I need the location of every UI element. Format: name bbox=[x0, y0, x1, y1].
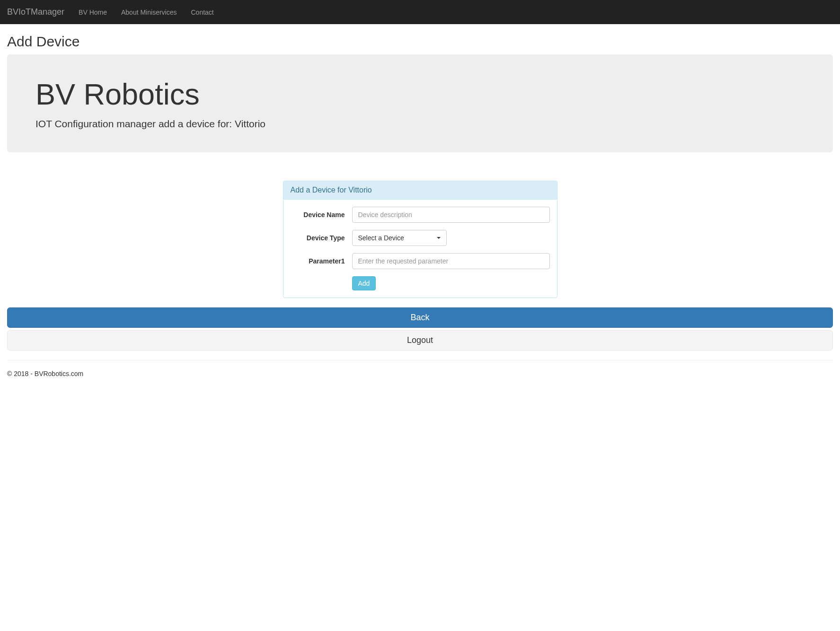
action-buttons: Back Logout bbox=[7, 307, 833, 351]
navbar: BVIoTManager BV Home About Miniservices … bbox=[0, 0, 840, 24]
back-button[interactable]: Back bbox=[7, 307, 833, 328]
form-group-parameter1: Parameter1 bbox=[291, 253, 550, 269]
navbar-brand[interactable]: BVIoTManager bbox=[7, 0, 71, 24]
label-device-type: Device Type bbox=[291, 234, 352, 242]
footer-text: © 2018 - BVRobotics.com bbox=[7, 370, 833, 377]
logout-button[interactable]: Logout bbox=[7, 330, 833, 351]
device-name-input[interactable] bbox=[352, 207, 550, 223]
panel-body: Device Name Device Type Select a Device … bbox=[283, 200, 557, 298]
form-group-device-name: Device Name bbox=[291, 207, 550, 223]
nav-link-bv-home[interactable]: BV Home bbox=[71, 1, 114, 23]
parameter1-input[interactable] bbox=[352, 253, 550, 269]
jumbotron-lead: IOT Configuration manager add a device f… bbox=[35, 118, 805, 130]
footer: © 2018 - BVRobotics.com bbox=[0, 370, 840, 387]
caret-down-icon bbox=[437, 237, 441, 239]
page-title: Add Device bbox=[7, 34, 833, 50]
nav-link-contact[interactable]: Contact bbox=[184, 1, 221, 23]
add-button[interactable]: Add bbox=[352, 276, 376, 290]
divider bbox=[7, 360, 833, 360]
device-type-selected: Select a Device bbox=[358, 234, 404, 242]
form-group-device-type: Device Type Select a Device bbox=[291, 230, 550, 246]
device-type-dropdown[interactable]: Select a Device bbox=[352, 230, 447, 246]
jumbotron-heading: BV Robotics bbox=[35, 77, 805, 111]
nav-link-about-miniservices[interactable]: About Miniservices bbox=[114, 1, 184, 23]
label-parameter1: Parameter1 bbox=[291, 257, 352, 265]
label-device-name: Device Name bbox=[291, 211, 352, 219]
panel-heading: Add a Device for Vittorio bbox=[283, 181, 557, 200]
jumbotron: BV Robotics IOT Configuration manager ad… bbox=[7, 54, 833, 152]
navbar-nav: BV Home About Miniservices Contact bbox=[71, 1, 221, 23]
add-device-panel: Add a Device for Vittorio Device Name De… bbox=[283, 181, 557, 298]
